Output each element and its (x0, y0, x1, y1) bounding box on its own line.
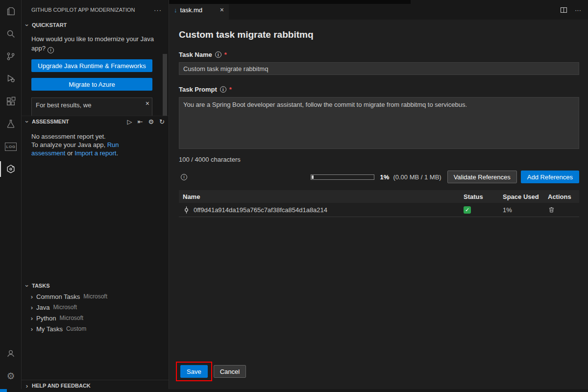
activity-settings[interactable]: ⚙ (0, 365, 22, 387)
chevron-down-icon: › (24, 118, 31, 125)
status-ok-icon: ✓ (464, 206, 471, 214)
refresh-icon[interactable]: ↻ (159, 118, 165, 125)
extensions-icon (5, 96, 16, 107)
table-header-row: Name Status Space Used Actions (179, 190, 579, 203)
tab-title: task.md (180, 6, 203, 14)
progressbar-fill (312, 175, 314, 179)
git-commit-icon (183, 206, 190, 214)
gear-icon[interactable]: ⚙ (148, 118, 154, 125)
chevron-right-icon: › (28, 325, 35, 333)
space-used-percent: 1% (380, 173, 390, 181)
cancel-button[interactable]: Cancel (214, 365, 246, 378)
split-editor-icon[interactable] (560, 6, 568, 14)
section-assessment: › ASSESSMENT ▷ ⇤ ⚙ ↻ No assessment repor… (22, 116, 169, 280)
add-references-button[interactable]: Add References (521, 171, 579, 183)
chevron-right-icon: › (28, 315, 35, 322)
chevron-right-icon: › (24, 382, 30, 390)
task-item-origin: Microsoft (53, 304, 77, 311)
help-header-label: HELP AND FEEDBACK (32, 383, 91, 389)
info-icon[interactable]: i (215, 51, 221, 58)
activity-explorer[interactable] (0, 0, 22, 23)
quickstart-header[interactable]: › QUICKSTART (22, 20, 169, 30)
more-actions-icon[interactable]: ··· (575, 6, 581, 14)
editor-actions: ··· (560, 0, 588, 20)
task-prompt-textarea[interactable]: You are a Spring Boot developer assistan… (179, 97, 579, 149)
reference-space-used: 1% (503, 206, 512, 214)
activity-account[interactable] (0, 342, 22, 365)
skip-back-icon[interactable]: ⇤ (138, 118, 143, 125)
info-icon[interactable]: i (181, 174, 187, 180)
table-row: 0ff9d41a914da195a765c7af38fca854d1a8a214… (179, 203, 579, 217)
info-icon[interactable]: i (48, 47, 54, 53)
upgrade-java-button[interactable]: Upgrade Java Runtime & Frameworks (31, 59, 152, 72)
task-prompt-label-text: Task Prompt (179, 86, 217, 93)
import-report-link[interactable]: Import a report (74, 149, 116, 157)
git-branch-icon (5, 51, 16, 62)
references-table: Name Status Space Used Actions 0ff9d41a9… (179, 190, 579, 217)
remote-indicator[interactable] (0, 389, 7, 392)
quickstart-notice-text: For best results, we (36, 101, 91, 109)
tasks-header[interactable]: › TASKS (22, 280, 169, 291)
chevron-right-icon: › (28, 293, 35, 300)
activity-source-control[interactable] (0, 45, 22, 68)
reference-name-cell: 0ff9d41a914da195a765c7af38fca854d1a8a214 (183, 206, 456, 214)
account-icon (5, 348, 16, 359)
assessment-body: No assessment report yet. To analyze you… (22, 127, 164, 157)
overlay-remnant (169, 0, 411, 4)
editor-group: ↓ task.md × ··· Custom task migrate rabb… (169, 0, 588, 392)
chevron-down-icon: › (24, 22, 31, 28)
activity-log[interactable]: LOG (0, 135, 22, 158)
save-button[interactable]: Save (180, 365, 208, 378)
assessment-header-label: ASSESSMENT (32, 119, 69, 124)
search-icon (5, 28, 16, 39)
col-space-used: Space Used (499, 190, 544, 203)
form-footer: Save Cancel (176, 362, 246, 381)
col-name: Name (179, 190, 460, 203)
app-modernization-icon (5, 164, 16, 174)
task-item-label: My Tasks (36, 325, 63, 333)
close-icon[interactable]: × (146, 99, 149, 107)
tasks-item-common-tasks[interactable]: › Common Tasks Microsoft (22, 291, 169, 302)
delete-icon[interactable] (548, 206, 575, 214)
log-icon: LOG (5, 143, 17, 151)
task-prompt-label: Task Prompt i * (179, 86, 579, 93)
activity-search[interactable] (0, 23, 22, 45)
chevron-down-icon: › (24, 282, 31, 289)
col-status: Status (460, 190, 499, 203)
required-mark: * (229, 86, 232, 93)
close-icon[interactable]: × (220, 6, 224, 14)
files-icon (5, 6, 16, 17)
help-header[interactable]: › HELP AND FEEDBACK (22, 380, 169, 390)
assessment-header[interactable]: › ASSESSMENT ▷ ⇤ ⚙ ↻ (22, 116, 169, 127)
migrate-to-azure-button[interactable]: Migrate to Azure (31, 78, 152, 91)
quickstart-notice: For best results, we × (31, 98, 152, 116)
assessment-line2: To analyze your Java app, (31, 141, 107, 148)
activity-testing[interactable] (0, 113, 22, 135)
assessment-period: . (116, 149, 118, 157)
references-toolbar-right: 1% (0.00 MB / 1 MB) Validate References … (311, 171, 579, 183)
tasks-item-my-tasks[interactable]: › My Tasks Custom (22, 323, 169, 334)
run-icon[interactable]: ▷ (127, 118, 132, 125)
quickstart-header-label: QUICKSTART (32, 22, 67, 28)
beaker-icon (5, 119, 16, 129)
validate-references-button[interactable]: Validate References (447, 171, 517, 183)
activity-app-modernization[interactable] (0, 158, 22, 180)
task-item-label: Common Tasks (36, 293, 80, 300)
info-icon[interactable]: i (220, 86, 226, 93)
sidebar-scrollbar[interactable] (163, 54, 167, 116)
page-title: Custom task migrate rabbitmq (179, 29, 579, 40)
assessment-actions: ▷ ⇤ ⚙ ↻ (127, 118, 165, 125)
col-actions: Actions (544, 190, 579, 203)
task-name-input[interactable] (179, 62, 579, 75)
activity-bar-bottom: ⚙ (0, 342, 22, 387)
activity-run-debug[interactable] (0, 68, 22, 90)
assessment-line1: No assessment report yet. (31, 133, 106, 140)
activity-bar: LOG ⚙ (0, 0, 22, 392)
tasks-item-python[interactable]: › Python Microsoft (22, 313, 169, 323)
task-item-label: Python (36, 315, 56, 322)
sidebar-more-icon[interactable]: ··· (152, 6, 164, 14)
activity-extensions[interactable] (0, 90, 22, 113)
tasks-item-java[interactable]: › Java Microsoft (22, 302, 169, 313)
annotation-highlight: Save (176, 362, 212, 381)
task-item-origin: Microsoft (83, 293, 107, 300)
